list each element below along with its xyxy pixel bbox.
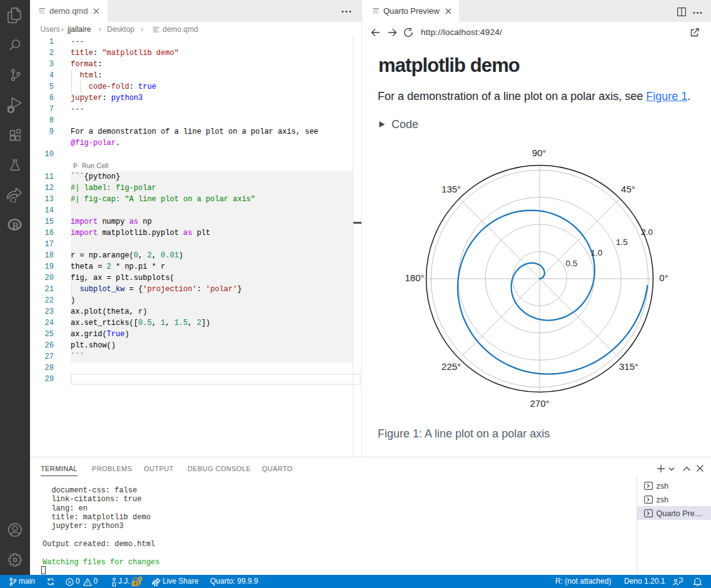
svg-text:1.0: 1.0 bbox=[590, 248, 602, 257]
svg-text:1.5: 1.5 bbox=[615, 237, 627, 247]
svg-text:135°: 135° bbox=[441, 184, 461, 194]
svg-text:270°: 270° bbox=[530, 398, 549, 409]
svg-text:180°: 180° bbox=[405, 272, 424, 283]
svg-text:315°: 315° bbox=[618, 361, 638, 372]
svg-text:90°: 90° bbox=[532, 147, 546, 157]
svg-text:225°: 225° bbox=[441, 361, 461, 372]
svg-text:0.5: 0.5 bbox=[565, 259, 577, 268]
svg-text:2.0: 2.0 bbox=[641, 227, 653, 237]
svg-text:0°: 0° bbox=[659, 272, 668, 283]
svg-text:45°: 45° bbox=[621, 184, 635, 194]
svg-text:R: R bbox=[13, 221, 19, 231]
